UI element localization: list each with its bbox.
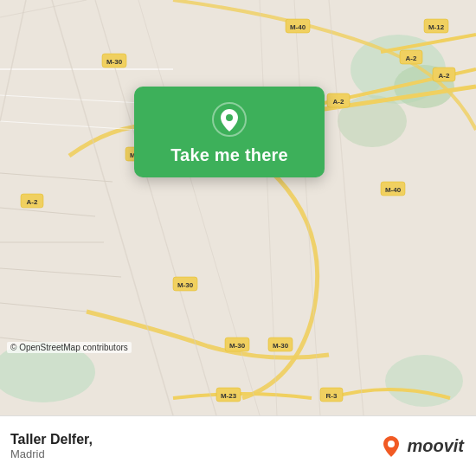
svg-point-54 (226, 114, 233, 121)
bottom-bar: Taller Delfer, Madrid moovit (0, 415, 476, 476)
svg-text:A-2: A-2 (406, 55, 417, 62)
popup-card[interactable]: Take me there (134, 87, 325, 177)
svg-text:M-12: M-12 (428, 23, 445, 31)
svg-text:M-30: M-30 (273, 342, 289, 350)
moovit-logo: moovit (379, 434, 464, 459)
svg-text:M-40: M-40 (385, 186, 402, 194)
svg-point-55 (388, 441, 395, 447)
map-background: M-30 M-30 M-30 M-30 M-30 M-40 M-40 M-12 … (0, 0, 476, 415)
location-name: Taller Delfer, (10, 432, 93, 447)
location-city: Madrid (10, 447, 93, 460)
svg-text:M-30: M-30 (229, 342, 246, 350)
svg-text:M-23: M-23 (221, 392, 237, 400)
svg-text:R-3: R-3 (326, 392, 338, 400)
svg-text:A-2: A-2 (333, 98, 344, 106)
take-me-there-label: Take me there (170, 145, 288, 165)
map-container: M-30 M-30 M-30 M-30 M-30 M-40 M-40 M-12 … (0, 0, 476, 415)
svg-text:M-30: M-30 (177, 281, 194, 289)
location-pin-icon (212, 102, 247, 137)
moovit-pin-icon (379, 434, 403, 459)
osm-attribution: © OpenStreetMap contributors (7, 342, 132, 353)
svg-text:A-2: A-2 (439, 72, 450, 80)
svg-text:M-30: M-30 (106, 58, 123, 66)
svg-text:M-40: M-40 (290, 23, 306, 31)
location-info: Taller Delfer, Madrid (10, 432, 93, 460)
moovit-logo-text: moovit (407, 436, 464, 456)
svg-point-4 (385, 355, 463, 407)
svg-text:A-2: A-2 (27, 198, 38, 206)
